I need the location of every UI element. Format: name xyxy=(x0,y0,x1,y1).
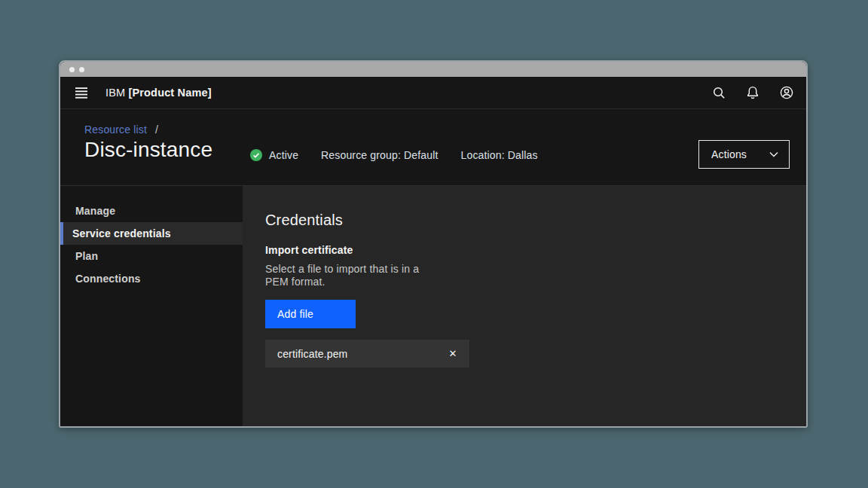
app-header: IBM [Product Name] xyxy=(60,77,806,109)
remove-file-button[interactable]: ✕ xyxy=(442,343,463,364)
header-global-actions xyxy=(708,82,797,103)
window-titlebar[interactable] xyxy=(60,62,806,77)
import-certificate-title: Import certificate xyxy=(265,243,806,257)
sidebar-item-manage[interactable]: Manage xyxy=(60,200,243,222)
breadcrumb: Resource list / xyxy=(84,123,806,136)
check-circle-icon xyxy=(250,149,262,161)
chevron-down-icon xyxy=(769,151,778,157)
account-button[interactable] xyxy=(776,82,797,103)
status-active: Active xyxy=(250,149,298,161)
sidebar-item-plan[interactable]: Plan xyxy=(60,245,243,267)
location-label: Location: Dallas xyxy=(461,149,538,161)
page-body: Manage Service credentials Plan Connecti… xyxy=(60,185,806,426)
window-control-dot[interactable] xyxy=(79,67,84,72)
window-control-dot[interactable] xyxy=(69,67,75,72)
uploaded-file-tile: certificate.pem ✕ xyxy=(265,340,469,368)
sidebar-item-service-credentials[interactable]: Service credentials xyxy=(60,222,243,245)
breadcrumb-link-resource-list[interactable]: Resource list xyxy=(84,124,147,136)
status-label: Active xyxy=(269,149,298,161)
notifications-button[interactable] xyxy=(742,82,763,103)
sidebar: Manage Service credentials Plan Connecti… xyxy=(60,186,243,426)
file-name: certificate.pem xyxy=(277,348,347,360)
content-heading: Credentials xyxy=(265,210,806,230)
search-icon xyxy=(711,85,726,100)
close-icon: ✕ xyxy=(449,348,457,359)
brand-product-name: [Product Name] xyxy=(128,87,211,99)
actions-button[interactable]: Actions xyxy=(698,140,790,169)
bell-icon xyxy=(745,85,760,100)
hamburger-icon xyxy=(74,85,89,100)
menu-button[interactable] xyxy=(71,82,92,103)
import-description: Select a file to import that is in a PEM… xyxy=(265,263,427,288)
add-file-button[interactable]: Add file xyxy=(265,300,356,328)
sidebar-item-connections[interactable]: Connections xyxy=(60,267,243,290)
search-button[interactable] xyxy=(708,82,729,103)
header-brand-link[interactable]: IBM [Product Name] xyxy=(105,87,212,99)
app-window: IBM [Product Name] xyxy=(59,60,808,428)
status-row: Active Resource group: Default Location:… xyxy=(250,147,538,163)
brand-prefix: IBM xyxy=(105,87,125,99)
breadcrumb-separator: / xyxy=(155,124,158,136)
user-avatar-icon xyxy=(779,85,794,100)
resource-group-label: Resource group: Default xyxy=(321,149,438,161)
page-header: Resource list / Disc-instance Active Res… xyxy=(60,109,806,185)
actions-label: Actions xyxy=(711,148,747,160)
content-panel: Credentials Import certificate Select a … xyxy=(243,186,806,426)
